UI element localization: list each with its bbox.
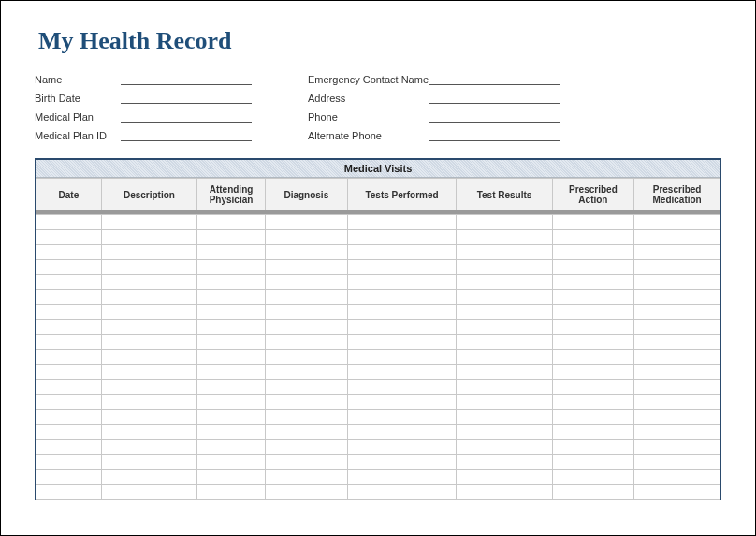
- table-cell[interactable]: [36, 274, 101, 289]
- table-cell[interactable]: [36, 319, 101, 334]
- table-cell[interactable]: [634, 424, 720, 439]
- table-cell[interactable]: [457, 334, 552, 349]
- table-cell[interactable]: [197, 424, 266, 439]
- table-cell[interactable]: [457, 319, 552, 334]
- table-cell[interactable]: [36, 259, 101, 274]
- table-cell[interactable]: [101, 394, 196, 409]
- table-cell[interactable]: [101, 259, 196, 274]
- table-cell[interactable]: [347, 274, 457, 289]
- table-cell[interactable]: [101, 424, 196, 439]
- table-cell[interactable]: [552, 334, 634, 349]
- table-cell[interactable]: [101, 379, 196, 394]
- table-cell[interactable]: [634, 244, 720, 259]
- table-cell[interactable]: [552, 454, 634, 469]
- table-cell[interactable]: [457, 349, 552, 364]
- table-cell[interactable]: [552, 349, 634, 364]
- table-cell[interactable]: [634, 259, 720, 274]
- table-cell[interactable]: [634, 409, 720, 424]
- table-cell[interactable]: [101, 454, 196, 469]
- table-cell[interactable]: [197, 379, 266, 394]
- table-cell[interactable]: [634, 484, 720, 499]
- table-cell[interactable]: [347, 454, 457, 469]
- table-cell[interactable]: [197, 304, 266, 319]
- table-cell[interactable]: [266, 439, 348, 454]
- table-cell[interactable]: [197, 409, 266, 424]
- table-cell[interactable]: [634, 319, 720, 334]
- table-cell[interactable]: [36, 349, 101, 364]
- table-cell[interactable]: [347, 214, 457, 229]
- table-cell[interactable]: [266, 379, 348, 394]
- table-cell[interactable]: [634, 364, 720, 379]
- table-cell[interactable]: [36, 394, 101, 409]
- table-cell[interactable]: [266, 229, 348, 244]
- field-alt-phone[interactable]: [429, 130, 560, 141]
- table-cell[interactable]: [347, 364, 457, 379]
- table-cell[interactable]: [347, 349, 457, 364]
- field-birth-date[interactable]: [121, 93, 252, 104]
- table-cell[interactable]: [552, 394, 634, 409]
- table-cell[interactable]: [552, 229, 634, 244]
- table-cell[interactable]: [347, 439, 457, 454]
- table-cell[interactable]: [266, 334, 348, 349]
- table-cell[interactable]: [457, 484, 552, 499]
- table-cell[interactable]: [552, 469, 634, 484]
- table-cell[interactable]: [266, 409, 348, 424]
- table-cell[interactable]: [101, 214, 196, 229]
- table-cell[interactable]: [634, 229, 720, 244]
- table-cell[interactable]: [634, 274, 720, 289]
- table-cell[interactable]: [36, 439, 101, 454]
- table-cell[interactable]: [36, 229, 101, 244]
- table-cell[interactable]: [101, 229, 196, 244]
- table-cell[interactable]: [101, 484, 196, 499]
- field-emergency-contact[interactable]: [429, 74, 560, 85]
- table-cell[interactable]: [457, 229, 552, 244]
- table-cell[interactable]: [36, 334, 101, 349]
- table-cell[interactable]: [197, 484, 266, 499]
- table-cell[interactable]: [457, 304, 552, 319]
- field-address[interactable]: [429, 93, 560, 104]
- table-cell[interactable]: [197, 469, 266, 484]
- table-cell[interactable]: [197, 349, 266, 364]
- table-cell[interactable]: [101, 244, 196, 259]
- table-cell[interactable]: [36, 454, 101, 469]
- table-cell[interactable]: [266, 214, 348, 229]
- table-cell[interactable]: [266, 484, 348, 499]
- table-cell[interactable]: [347, 379, 457, 394]
- table-cell[interactable]: [552, 259, 634, 274]
- table-cell[interactable]: [266, 469, 348, 484]
- table-cell[interactable]: [552, 379, 634, 394]
- table-cell[interactable]: [101, 469, 196, 484]
- table-cell[interactable]: [197, 259, 266, 274]
- table-cell[interactable]: [36, 289, 101, 304]
- table-cell[interactable]: [457, 214, 552, 229]
- table-cell[interactable]: [36, 409, 101, 424]
- table-cell[interactable]: [101, 349, 196, 364]
- table-cell[interactable]: [457, 259, 552, 274]
- table-cell[interactable]: [197, 364, 266, 379]
- table-cell[interactable]: [347, 319, 457, 334]
- table-cell[interactable]: [101, 439, 196, 454]
- table-cell[interactable]: [266, 274, 348, 289]
- table-cell[interactable]: [347, 394, 457, 409]
- table-cell[interactable]: [347, 244, 457, 259]
- table-cell[interactable]: [197, 319, 266, 334]
- field-name[interactable]: [121, 74, 252, 85]
- table-cell[interactable]: [634, 394, 720, 409]
- table-cell[interactable]: [266, 259, 348, 274]
- table-cell[interactable]: [36, 424, 101, 439]
- table-cell[interactable]: [197, 334, 266, 349]
- table-cell[interactable]: [552, 409, 634, 424]
- table-cell[interactable]: [197, 214, 266, 229]
- table-cell[interactable]: [266, 304, 348, 319]
- table-cell[interactable]: [457, 274, 552, 289]
- table-cell[interactable]: [197, 244, 266, 259]
- table-cell[interactable]: [347, 304, 457, 319]
- table-cell[interactable]: [347, 424, 457, 439]
- table-cell[interactable]: [36, 484, 101, 499]
- table-cell[interactable]: [457, 289, 552, 304]
- table-cell[interactable]: [266, 454, 348, 469]
- table-cell[interactable]: [347, 289, 457, 304]
- table-cell[interactable]: [552, 484, 634, 499]
- table-cell[interactable]: [457, 394, 552, 409]
- table-cell[interactable]: [552, 439, 634, 454]
